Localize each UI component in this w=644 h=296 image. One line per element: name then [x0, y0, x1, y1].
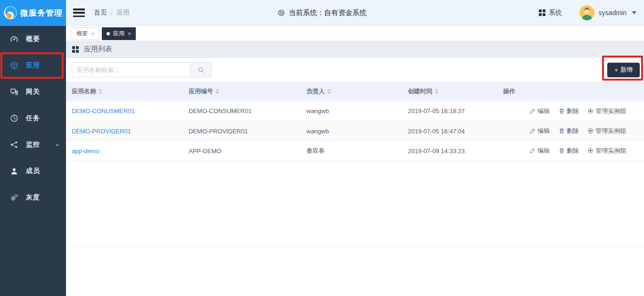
breadcrumb-current: 应用 [116, 8, 130, 17]
close-icon[interactable]: × [91, 31, 94, 37]
sidebar: 概要 应用 网关 任务 [0, 26, 66, 296]
sidebar-item-monitoring[interactable]: 监控 [0, 132, 66, 158]
tab-bar: 概要 × 应用 × [66, 26, 644, 41]
bullseye-icon [587, 108, 594, 114]
app-name-link[interactable]: DEMO-CONUSMER01 [72, 107, 135, 115]
active-dot-icon [107, 32, 110, 35]
app-code: DEMO-CONSUMER01 [183, 101, 301, 121]
edit-action[interactable]: 编辑 [529, 107, 550, 115]
manage-instances-action[interactable]: 管理实例组 [587, 147, 626, 155]
edit-action[interactable]: 编辑 [529, 147, 550, 155]
chevron-down-icon[interactable] [55, 142, 60, 148]
sidebar-item-overview[interactable]: 概要 [0, 26, 66, 52]
manage-instances-action[interactable]: 管理实例组 [587, 127, 626, 135]
user-icon [10, 167, 18, 175]
logo-swirl-icon [3, 6, 17, 20]
close-icon[interactable]: × [128, 31, 131, 37]
search-group [72, 62, 212, 77]
chevron-down-icon[interactable] [632, 11, 636, 14]
column-header-operations: 操作 [497, 82, 644, 101]
sidebar-item-label: 灰度 [26, 193, 40, 202]
tab-applications[interactable]: 应用 × [102, 27, 136, 40]
app-created: 2019-07-09 14:33:23 [402, 141, 497, 161]
sidebar-item-label: 成员 [26, 167, 40, 175]
delete-action[interactable]: 删除 [559, 147, 579, 155]
table-row: app-demo APP-DEMO 秦双春 2019-07-09 14:33:2… [66, 141, 644, 161]
app-created: 2019-07-05 16:47:04 [402, 121, 497, 141]
cube-icon [10, 61, 18, 70]
add-button[interactable]: + 新增 [607, 63, 640, 77]
grid-icon [539, 9, 545, 16]
system-switcher[interactable]: 系统 [539, 8, 562, 17]
table-row: DEMO-PROVIDER01 DEMO-PROVIDER01 wangwb 2… [66, 121, 644, 141]
table-header-row: 应用名称 应用编号 负责人 创建时间 操作 [66, 82, 644, 101]
plus-icon: + [614, 66, 618, 74]
current-system-indicator: 当前系统：自有资金系统 [278, 8, 367, 17]
add-button-label: 新增 [620, 66, 633, 74]
toolbar: + 新增 [66, 58, 644, 82]
sidebar-item-label: 应用 [26, 61, 40, 70]
sidebar-item-label: 概要 [26, 35, 40, 43]
tab-label: 应用 [113, 30, 124, 38]
share-nodes-icon [10, 140, 18, 149]
clock-icon [10, 114, 18, 123]
trash-icon [559, 148, 565, 154]
manage-instances-action[interactable]: 管理实例组 [587, 107, 626, 115]
main-content: 概要 × 应用 × 应用列表 + 新增 [66, 26, 644, 296]
column-header-name[interactable]: 应用名称 [66, 82, 183, 101]
app-owner: 秦双春 [301, 141, 402, 161]
topbar-right: 系统 sysadmin [539, 5, 636, 20]
delete-action[interactable]: 删除 [559, 127, 579, 135]
sidebar-item-label: 监控 [26, 140, 40, 149]
sort-icon[interactable] [215, 89, 219, 94]
avatar[interactable] [579, 5, 594, 20]
trash-icon [559, 108, 565, 114]
app-created: 2019-07-05 16:18:37 [402, 101, 497, 121]
sort-icon[interactable] [99, 89, 102, 94]
delete-action[interactable]: 删除 [559, 107, 579, 115]
app-name-link[interactable]: DEMO-PROVIDER01 [72, 128, 131, 135]
breadcrumb-home[interactable]: 首页 [94, 8, 107, 17]
breadcrumb: 首页 / 应用 [94, 8, 130, 17]
breadcrumb-separator: / [111, 9, 113, 16]
username[interactable]: sysadmin [599, 9, 627, 16]
sidebar-item-members[interactable]: 成员 [0, 158, 66, 184]
search-icon [198, 66, 205, 74]
search-input[interactable] [72, 62, 190, 77]
app-code: DEMO-PROVIDER01 [183, 121, 301, 141]
edit-action[interactable]: 编辑 [529, 127, 550, 135]
bullseye-icon [587, 148, 594, 154]
app-owner: wangwb [301, 121, 402, 141]
sidebar-item-grayscale[interactable]: 灰度 [0, 184, 66, 211]
dashboard-icon [10, 35, 18, 43]
application-table: 应用名称 应用编号 负责人 创建时间 操作 [66, 82, 644, 161]
column-header-created[interactable]: 创建时间 [402, 82, 497, 101]
trash-icon [559, 128, 565, 134]
gears-icon [10, 193, 18, 202]
sort-icon[interactable] [327, 89, 331, 94]
search-button[interactable] [190, 62, 212, 77]
list-grid-icon [72, 46, 79, 53]
app-name-link[interactable]: app-demo [72, 148, 99, 155]
pencil-icon [529, 108, 536, 114]
column-header-owner[interactable]: 负责人 [301, 82, 402, 101]
top-bar: 微服务管理 首页 / 应用 当前系统：自有资金系统 系统 sysadmin [0, 0, 644, 26]
hamburger-menu-icon[interactable] [73, 8, 85, 17]
app-logo: 微服务管理 [0, 0, 66, 26]
section-header: 应用列表 [66, 41, 644, 58]
sidebar-item-label: 网关 [26, 88, 40, 96]
table-row: DEMO-CONUSMER01 DEMO-CONSUMER01 wangwb 2… [66, 101, 644, 121]
sidebar-item-gateway[interactable]: 网关 [0, 79, 66, 105]
pencil-icon [529, 148, 536, 154]
column-header-code[interactable]: 应用编号 [183, 82, 301, 101]
tab-overview[interactable]: 概要 × [72, 27, 99, 40]
gateway-icon [10, 88, 18, 96]
section-title: 应用列表 [84, 45, 112, 54]
app-code: APP-DEMO [183, 141, 301, 161]
sidebar-item-label: 任务 [26, 114, 40, 123]
sidebar-item-tasks[interactable]: 任务 [0, 105, 66, 132]
sidebar-item-applications[interactable]: 应用 [0, 52, 66, 79]
bullseye-icon [587, 128, 594, 134]
target-rings-icon [278, 9, 285, 16]
sort-icon[interactable] [435, 89, 438, 94]
